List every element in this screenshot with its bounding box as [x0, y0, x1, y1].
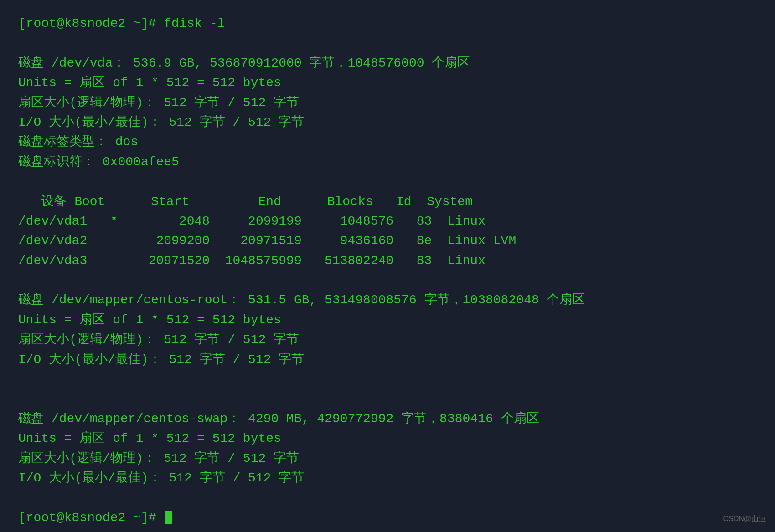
centos-root-line-4: I/O 大小(最小/最佳)： 512 字节 / 512 字节: [18, 353, 304, 367]
vda-line-1: 磁盘 /dev/vda： 536.9 GB, 536870912000 字节，1…: [18, 56, 470, 70]
command-prompt: [root@k8snode2 ~]# fdisk -l: [18, 16, 225, 31]
centos-swap-line-2: Units = 扇区 of 1 * 512 = 512 bytes: [18, 431, 281, 445]
partition-vda2: /dev/vda2 2099200 20971519 9436160 8e Li…: [18, 234, 516, 248]
vda-line-4: I/O 大小(最小/最佳)： 512 字节 / 512 字节: [18, 115, 304, 129]
terminal-window: [root@k8snode2 ~]# fdisk -l 磁盘 /dev/vda：…: [0, 0, 775, 532]
vda-line-5: 磁盘标签类型： dos: [18, 135, 138, 149]
centos-swap-line-3: 扇区大小(逻辑/物理)： 512 字节 / 512 字节: [18, 451, 299, 466]
partition-vda1: /dev/vda1 * 2048 2099199 1048576 83 Linu…: [18, 214, 486, 228]
centos-swap-line-4: I/O 大小(最小/最佳)： 512 字节 / 512 字节: [18, 471, 304, 485]
table-header: 设备 Boot Start End Blocks Id System: [18, 194, 473, 209]
centos-root-line-2: Units = 扇区 of 1 * 512 = 512 bytes: [18, 313, 281, 327]
vda-line-6: 磁盘标识符： 0x000afee5: [18, 155, 179, 169]
terminal-cursor: [165, 511, 172, 524]
centos-swap-line-1: 磁盘 /dev/mapper/centos-swap： 4290 MB, 429…: [18, 412, 539, 426]
centos-root-line-3: 扇区大小(逻辑/物理)： 512 字节 / 512 字节: [18, 332, 299, 347]
vda-line-3: 扇区大小(逻辑/物理)： 512 字节 / 512 字节: [18, 96, 299, 110]
watermark: CSDN@山洹: [723, 513, 766, 525]
vda-line-2: Units = 扇区 of 1 * 512 = 512 bytes: [18, 76, 281, 90]
terminal-content: [root@k8snode2 ~]# fdisk -l 磁盘 /dev/vda：…: [18, 14, 757, 527]
centos-root-line-1: 磁盘 /dev/mapper/centos-root： 531.5 GB, 53…: [18, 293, 585, 307]
partition-vda3: /dev/vda3 20971520 1048575999 513802240 …: [18, 254, 486, 268]
next-prompt: [root@k8snode2 ~]#: [18, 511, 172, 525]
